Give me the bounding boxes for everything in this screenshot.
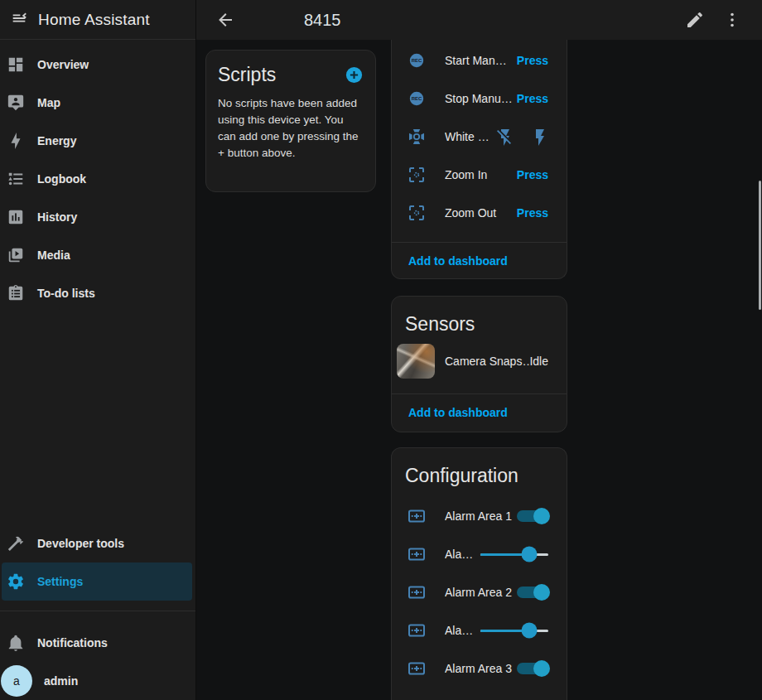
pencil-icon <box>685 10 705 30</box>
home-assistant-app: Home Assistant OverviewMapEnergyLogbookH… <box>0 0 762 700</box>
play-box-multiple-icon <box>7 246 25 264</box>
flash-icon <box>530 128 548 147</box>
press-button[interactable]: Press <box>517 92 548 105</box>
sidebar-footer: Notificationsaadmin <box>0 624 195 700</box>
alarm-zone-icon <box>407 506 427 526</box>
menu-icon <box>10 9 28 31</box>
sidebar-header: Home Assistant <box>0 0 195 40</box>
sidebar-item-developer-tools[interactable]: Developer tools <box>0 524 195 562</box>
record-rec-icon: REC <box>407 89 427 109</box>
entity-name: Alarm Area 2 <box>445 586 517 599</box>
clipboard-list-icon <box>7 284 25 302</box>
press-button[interactable]: Press <box>517 54 548 67</box>
configuration-rows: Alarm Area 1Ala…Alarm Area 2Ala…Alarm Ar… <box>392 490 567 688</box>
config-row-alarm-area-1-0: Alarm Area 1 <box>392 497 567 535</box>
sidebar-divider <box>0 611 195 611</box>
toggle-switch[interactable] <box>517 587 547 598</box>
sidebar-item-label: Overview <box>37 58 89 71</box>
edit-button[interactable] <box>685 10 705 30</box>
add-to-dashboard-link[interactable]: Add to dashboard <box>408 254 508 268</box>
scripts-card-title: Scripts <box>218 64 276 86</box>
slider[interactable] <box>480 553 548 556</box>
back-button[interactable] <box>215 10 235 30</box>
entity-row-zoom-in: Zoom InPress <box>392 156 567 194</box>
svg-text:REC: REC <box>412 58 422 63</box>
config-row-ala-1: Ala… <box>392 535 567 573</box>
dots-vertical-icon <box>722 10 742 30</box>
sidebar-item-label: Settings <box>37 575 83 588</box>
overflow-menu-button[interactable] <box>722 10 742 30</box>
sidebar-item-history[interactable]: History <box>0 198 195 236</box>
flash-off-button[interactable] <box>495 128 514 146</box>
slider[interactable] <box>480 630 548 632</box>
config-row-alarm-area-2-2: Alarm Area 2 <box>392 573 567 611</box>
sidebar-item-label: Media <box>37 249 70 262</box>
entity-row-zoom-out: Zoom OutPress <box>392 194 567 232</box>
sidebar-item-to-do-lists[interactable]: To-do lists <box>0 274 195 312</box>
add-script-button[interactable] <box>345 65 364 84</box>
sidebar-item-map[interactable]: Map <box>0 84 195 122</box>
user-name-label: admin <box>44 674 78 688</box>
controls-rows: RECStart Man…PressRECStop Manu…PressWhit… <box>392 40 567 232</box>
entity-name: White … <box>445 130 495 143</box>
scripts-empty-text: No scripts have been added using this de… <box>206 86 375 162</box>
chart-box-icon <box>7 208 25 226</box>
toggle-knob <box>533 584 550 601</box>
floodlight-icon <box>407 127 427 147</box>
entity-row-white: White … <box>392 118 567 156</box>
sidebar-item-notifications[interactable]: Notifications <box>0 624 195 662</box>
flash-button[interactable] <box>530 128 548 146</box>
top-bar: 8415 <box>196 0 762 40</box>
slider-knob[interactable] <box>522 623 538 639</box>
svg-text:REC: REC <box>412 96 422 101</box>
bell-icon <box>7 634 25 652</box>
entity-name: Zoom Out <box>445 206 517 220</box>
sidebar-item-label: Energy <box>37 134 76 147</box>
add-to-dashboard-link[interactable]: Add to dashboard <box>408 406 508 419</box>
sensors-card-title: Sensors <box>392 297 567 336</box>
entity-name: Alarm Area 1 <box>445 509 517 523</box>
hammer-icon <box>7 534 25 553</box>
sidebar-tools: Developer toolsSettings <box>0 524 195 601</box>
sidebar-toggle-button[interactable] <box>0 0 38 40</box>
alarm-zone-icon <box>407 620 427 640</box>
press-button[interactable]: Press <box>517 206 548 220</box>
user-avatar: a <box>1 665 32 697</box>
sidebar: Home Assistant OverviewMapEnergyLogbookH… <box>0 0 196 700</box>
alarm-zone-icon <box>407 659 427 678</box>
config-row-alarm-area-3-4: Alarm Area 3 <box>392 649 567 688</box>
flash-off-icon <box>495 128 514 147</box>
sidebar-item-media[interactable]: Media <box>0 236 195 274</box>
alarm-zone-icon <box>407 582 427 602</box>
record-rec-icon: REC <box>407 51 427 70</box>
camera-snapshot-thumbnail <box>397 344 435 379</box>
sidebar-item-label: Notifications <box>37 636 108 649</box>
entity-name: Stop Manu… <box>445 92 517 105</box>
sidebar-item-label: History <box>37 210 77 224</box>
entity-name: Zoom In <box>445 168 517 181</box>
sidebar-item-energy[interactable]: Energy <box>0 122 195 160</box>
alarm-zone-icon <box>407 544 427 564</box>
plus-circle-icon <box>345 65 364 84</box>
press-button[interactable]: Press <box>517 168 548 181</box>
sensor-row-camera-snaps[interactable]: Camera Snaps…Idle <box>392 336 567 387</box>
entity-name: Alarm Area 3 <box>445 662 517 675</box>
sidebar-items: OverviewMapEnergyLogbookHistoryMediaTo-d… <box>0 40 195 312</box>
center-focus-icon <box>407 165 427 185</box>
slider-knob[interactable] <box>522 547 538 562</box>
config-row-ala-3: Ala… <box>392 611 567 649</box>
sidebar-item-logbook[interactable]: Logbook <box>0 160 195 198</box>
sidebar-item-user[interactable]: aadmin <box>0 662 195 700</box>
sensors-card: Sensors Camera Snaps…Idle Add to dashboa… <box>391 296 567 432</box>
toggle-switch[interactable] <box>517 510 547 522</box>
cog-icon <box>7 572 25 591</box>
toggle-knob <box>533 660 550 677</box>
sidebar-item-overview[interactable]: Overview <box>0 46 195 84</box>
sensor-state: Idle <box>529 355 548 368</box>
entity-row-start-man: RECStart Man…Press <box>392 41 567 80</box>
scrollbar-thumb[interactable] <box>759 181 761 310</box>
toggle-switch[interactable] <box>517 663 547 674</box>
entity-name: Start Man… <box>445 54 517 67</box>
sidebar-item-settings[interactable]: Settings <box>2 562 192 601</box>
configuration-card: Configuration Alarm Area 1Ala…Alarm Area… <box>391 447 567 700</box>
